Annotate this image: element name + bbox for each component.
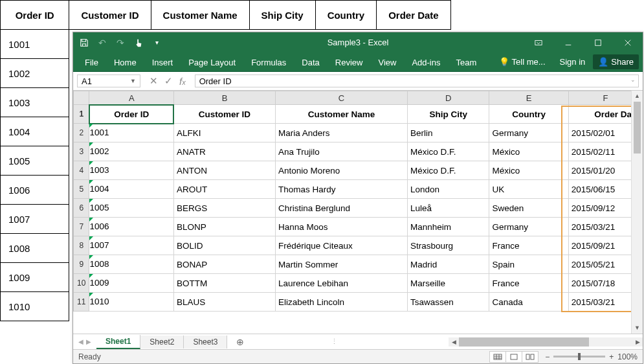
name-box[interactable]: A1 ▼ [77,74,140,87]
touch-mode-icon[interactable] [134,38,143,47]
cell[interactable]: 1007 [89,236,174,255]
cell[interactable]: 1008 [89,255,174,274]
cell[interactable]: ANTON [173,161,275,180]
cell[interactable]: Strasbourg [407,236,489,255]
ribbon-tab[interactable]: Add-ins [404,54,448,71]
cell[interactable]: AROUT [173,180,275,199]
redo-icon[interactable]: ↷ [116,38,125,47]
row-header[interactable]: 2 [74,124,89,142]
cell[interactable]: Laurence Lebihan [276,274,408,293]
cell[interactable]: BERGS [173,199,275,218]
scroll-left-icon[interactable]: ◀ [449,339,459,345]
ribbon-tab[interactable]: View [370,54,404,71]
cancel-icon[interactable]: ✕ [150,75,158,87]
cell[interactable]: 1003 [89,161,174,180]
cell[interactable]: Antonio Moreno [276,161,408,180]
cell[interactable]: Madrid [407,255,489,274]
cell[interactable]: Martin Sommer [276,255,408,274]
cell[interactable]: Elizabeth Lincoln [276,293,408,312]
cell[interactable]: 1005 [89,199,174,218]
page-break-view-button[interactable] [522,351,539,363]
scroll-thumb[interactable] [634,102,641,154]
cell[interactable]: Luleå [407,199,489,218]
undo-icon[interactable]: ↶ [98,38,107,47]
maximize-button[interactable] [583,32,613,52]
sign-in[interactable]: Sign in [553,57,592,67]
zoom-slider[interactable] [553,356,605,358]
cell[interactable]: BOLID [173,236,275,255]
column-header[interactable]: D [407,91,489,105]
cell[interactable]: Order ID [89,105,174,124]
row-header[interactable]: 7 [74,218,89,236]
cell[interactable]: Ship City [407,105,489,124]
row-header[interactable]: 3 [74,142,89,161]
cell[interactable]: Country [489,105,568,124]
cell[interactable]: France [489,236,568,255]
cell[interactable]: 1006 [89,218,174,236]
ribbon-tab[interactable]: Team [448,54,484,71]
tell-me[interactable]: 💡Tell me... [493,57,552,67]
cell[interactable]: 1001 [89,124,174,142]
scroll-up-icon[interactable]: ▲ [632,91,643,102]
cell[interactable]: Customer Name [276,105,408,124]
formula-expand-icon[interactable]: ⌄ [630,76,636,83]
add-sheet-button[interactable]: ⊕ [227,337,253,347]
minimize-button[interactable] [553,32,583,52]
zoom-in-button[interactable]: + [609,352,614,361]
cell[interactable]: UK [489,180,568,199]
cell[interactable]: Maria Anders [276,124,408,142]
row-header[interactable]: 11 [74,293,89,312]
ribbon-tab[interactable]: Formulas [243,54,294,71]
cell[interactable]: BLAUS [173,293,275,312]
cell[interactable]: Mannheim [407,218,489,236]
cell[interactable]: Germany [489,124,568,142]
cell[interactable]: Canada [489,293,568,312]
row-header[interactable]: 8 [74,236,89,255]
share-button[interactable]: 👤Share [593,54,639,69]
normal-view-button[interactable] [489,351,506,363]
cell[interactable]: Christina Berglund [276,199,408,218]
cell[interactable]: ANATR [173,142,275,161]
sheet-nav-next-icon[interactable]: ▶ [86,338,91,345]
row-header[interactable]: 5 [74,180,89,199]
column-header[interactable]: B [173,91,275,105]
fx-icon[interactable]: fx [179,76,186,87]
row-header[interactable]: 4 [74,161,89,180]
hscroll-thumb[interactable] [459,337,589,347]
formula-input[interactable]: Order ID ⌄ [195,74,639,87]
page-layout-view-button[interactable] [505,351,522,363]
vertical-scrollbar[interactable]: ▲ ▼ [631,91,643,334]
zoom-out-button[interactable]: − [545,352,550,361]
cell[interactable]: México D.F. [407,142,489,161]
ribbon-tab[interactable]: Page Layout [181,54,243,71]
cell[interactable]: Hanna Moos [276,218,408,236]
save-icon[interactable] [80,38,89,47]
cell[interactable]: BLONP [173,218,275,236]
cell[interactable]: Spain [489,255,568,274]
cell[interactable]: México [489,142,568,161]
cell[interactable]: BOTTM [173,274,275,293]
cell[interactable]: 1009 [89,274,174,293]
ribbon-tab[interactable]: Data [294,54,327,71]
ribbon-tab[interactable]: Review [328,54,371,71]
sheet-nav-prev-icon[interactable]: ◀ [78,338,83,345]
split-handle[interactable]: ⋮ [331,337,339,346]
cell[interactable]: México [489,161,568,180]
scroll-right-icon[interactable]: ▶ [632,339,643,345]
accept-icon[interactable]: ✓ [164,75,173,87]
row-header[interactable]: 9 [74,255,89,274]
cell[interactable]: Sweden [489,199,568,218]
column-header[interactable]: A [89,91,174,105]
cell[interactable]: Germany [489,218,568,236]
cell[interactable]: Marseille [407,274,489,293]
sheet-tab-active[interactable]: Sheet1 [96,335,140,349]
cell[interactable]: Ana Trujilo [276,142,408,161]
cell[interactable]: Thomas Hardy [276,180,408,199]
close-button[interactable] [613,32,643,52]
cell[interactable]: ALFKI [173,124,275,142]
cell[interactable]: 1002 [89,142,174,161]
ribbon-display-icon[interactable] [524,32,553,52]
scroll-down-icon[interactable]: ▼ [632,323,643,334]
cell[interactable]: 1004 [89,180,174,199]
cell[interactable]: London [407,180,489,199]
